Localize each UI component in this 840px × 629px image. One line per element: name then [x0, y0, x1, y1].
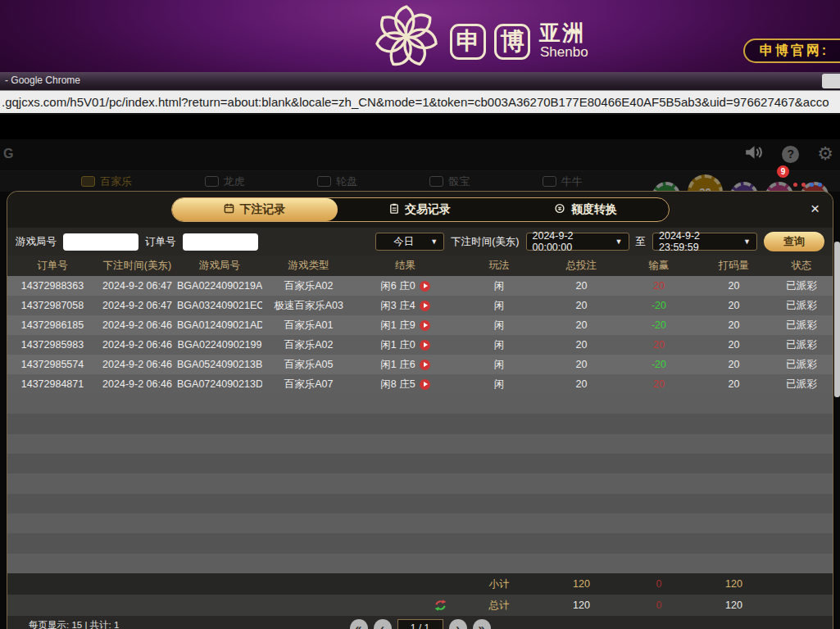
cell-total-bet: 20	[543, 300, 620, 311]
column-header: 打码量	[697, 259, 770, 273]
cell-game-type: 百家乐A07	[262, 378, 355, 391]
game-round-input[interactable]	[63, 233, 138, 251]
cell-round-id: BGA032409021EC	[177, 300, 262, 311]
table-body: 143729883632024-9-2 06:47BGA0224090219A百…	[7, 276, 833, 394]
brand-logo: 申 博 亚洲 Shenbo	[370, 0, 616, 72]
table-row[interactable]: 143729870582024-9-2 06:47BGA032409021EC极…	[7, 296, 833, 315]
refresh-icon[interactable]	[355, 599, 456, 612]
column-header: 总投注	[543, 259, 620, 273]
cell-win-loss: -20	[620, 359, 697, 370]
order-label: 订单号	[145, 235, 176, 249]
cell-result: 闲3 庄4	[355, 299, 456, 313]
chevron-down-icon: ▼	[430, 238, 438, 246]
table-row[interactable]: 143729859832024-9-2 06:46BGA02240902199百…	[7, 335, 833, 355]
empty-row	[7, 454, 833, 473]
cell-total-bet: 20	[543, 359, 620, 370]
cell-bet-time: 2024-9-2 06:46	[98, 359, 177, 370]
subtotal-bet: 120	[543, 578, 620, 590]
official-site-button[interactable]: 申博官网:	[743, 38, 840, 63]
subtotal-row: 小计 120 0 120	[7, 573, 833, 595]
last-page-button[interactable]: »	[473, 619, 491, 629]
cell-total-bet: 20	[543, 339, 620, 351]
cell-game-type: 百家乐A02	[262, 338, 355, 352]
pager: « ‹ 1 / 1 › »	[350, 619, 491, 629]
column-header: 输赢	[620, 259, 697, 273]
cell-play: 闲	[456, 319, 543, 333]
order-input[interactable]	[183, 233, 258, 251]
clipboard-icon	[389, 203, 399, 216]
cell-status: 已派彩	[770, 378, 833, 391]
brand-char-box: 申	[450, 24, 486, 60]
cell-round-id: BGA0724090213D	[177, 378, 262, 390]
play-video-button[interactable]	[420, 340, 430, 351]
cell-win-loss: -20	[620, 300, 697, 311]
play-video-button[interactable]	[420, 281, 430, 292]
search-button[interactable]: 查询	[764, 232, 824, 251]
subtotal-winloss: 0	[620, 578, 697, 590]
modal-tab-zone: 下注记录 交易记录 额度转换 ×	[7, 192, 833, 228]
result-text: 闲1 庄0	[380, 338, 415, 352]
cell-order-id: 14372985983	[7, 339, 98, 351]
subtotal-turnover: 120	[697, 578, 770, 590]
modal-tabbar: 下注记录 交易记录 额度转换	[171, 197, 670, 222]
column-header: 下注时间(美东)	[98, 259, 177, 273]
cell-result: 闲1 庄9	[355, 319, 456, 333]
chevron-down-icon: ▼	[743, 238, 751, 246]
tab-credit-transfer[interactable]: 额度转换	[503, 198, 669, 221]
page-indicator: 1 / 1	[397, 619, 443, 629]
table-row[interactable]: 143729883632024-9-2 06:47BGA0224090219A百…	[7, 276, 833, 296]
cell-result: 闲6 庄0	[355, 279, 456, 293]
close-icon[interactable]: ×	[810, 201, 820, 216]
next-page-button[interactable]: ›	[449, 619, 467, 629]
cell-order-id: 14372987058	[7, 300, 98, 311]
cell-result: 闲1 庄0	[355, 338, 456, 352]
brand-region-text: 亚洲	[539, 22, 585, 43]
range-select[interactable]: 今日 ▼	[375, 233, 444, 251]
column-header: 游戏类型	[262, 259, 355, 273]
first-page-button[interactable]: «	[350, 619, 368, 629]
address-bar[interactable]: .gqjcxs.com/h5V01/pc/index.html?return=a…	[0, 90, 840, 115]
road-map-beads	[793, 183, 822, 187]
column-header: 游戏局号	[177, 259, 262, 273]
play-video-button[interactable]	[420, 379, 430, 390]
cell-round-id: BGA0224090219A	[177, 280, 262, 292]
cell-total-bet: 20	[543, 319, 620, 331]
window-control-button[interactable]	[822, 74, 840, 88]
bead-blue	[818, 183, 822, 187]
table-row[interactable]: 143729861852024-9-2 06:46BGA012409021AD百…	[7, 315, 833, 335]
cell-turnover: 20	[697, 378, 770, 390]
result-text: 闲3 庄4	[380, 299, 415, 313]
brand-banner: 申 博 亚洲 Shenbo 申博官网:	[0, 0, 840, 72]
prev-page-button[interactable]: ‹	[374, 619, 392, 629]
play-video-button[interactable]	[420, 360, 430, 370]
play-video-button[interactable]	[420, 320, 430, 331]
cell-win-loss: 20	[620, 339, 697, 351]
notification-badge: 9	[777, 165, 789, 178]
cell-game-type: 百家乐A02	[262, 279, 355, 293]
table-row[interactable]: 143729848712024-9-2 06:46BGA0724090213D百…	[7, 374, 833, 394]
empty-rows	[7, 394, 833, 573]
cell-status: 已派彩	[770, 279, 833, 293]
date-from-select[interactable]: 2024-9-2 00:00:00 ▼	[526, 233, 629, 251]
cell-play: 闲	[456, 299, 543, 313]
empty-row	[7, 414, 833, 433]
cell-turnover: 20	[697, 319, 770, 331]
cell-win-loss: -20	[620, 319, 697, 331]
date-to-select[interactable]: 2024-9-2 23:59:59 ▼	[652, 233, 757, 251]
brand-char-box: 博	[494, 24, 530, 60]
table-row[interactable]: 143729855742024-9-2 06:46BGA0524090213B百…	[7, 355, 833, 374]
cell-order-id: 14372988363	[7, 280, 98, 292]
result-text: 闲1 庄9	[380, 319, 415, 333]
tab-label: 下注记录	[240, 202, 286, 217]
empty-row	[7, 394, 833, 414]
cell-bet-time: 2024-9-2 06:46	[98, 319, 177, 331]
tab-bet-records[interactable]: 下注记录	[172, 198, 338, 221]
flower-logo-icon	[370, 2, 443, 75]
tab-transactions[interactable]: 交易记录	[338, 198, 503, 221]
scrollbar[interactable]	[834, 242, 840, 397]
cell-play: 闲	[456, 279, 543, 293]
filter-row: 游戏局号 订单号 今日 ▼ 下注时间(美东) 2024-9-2 00:00:00…	[7, 228, 833, 256]
total-turnover: 120	[697, 600, 770, 611]
cell-result: 闲8 庄5	[355, 378, 456, 391]
play-video-button[interactable]	[420, 301, 430, 311]
